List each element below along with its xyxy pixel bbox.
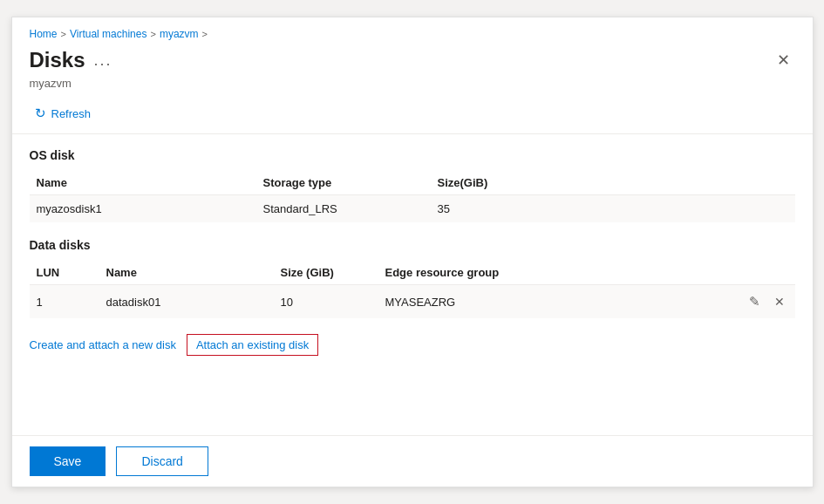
data-disks-table: LUN Name Size (GiB) Edge resource group … — [30, 261, 795, 318]
header-left: Disks ... — [30, 48, 112, 72]
save-button[interactable]: Save — [30, 446, 106, 476]
edit-disk-button[interactable]: ✎ — [746, 292, 764, 311]
refresh-label: Refresh — [51, 107, 92, 120]
action-row: Create and attach a new disk Attach an e… — [30, 334, 795, 356]
refresh-icon: ↻ — [35, 106, 46, 121]
header-row: Disks ... ✕ — [12, 44, 813, 77]
data-disk-lun: 1 — [30, 285, 99, 319]
data-disk-size: 10 — [274, 285, 378, 319]
create-attach-new-disk-link[interactable]: Create and attach a new disk — [30, 337, 176, 353]
breadcrumb-sep-1: > — [61, 29, 66, 39]
ellipsis-menu[interactable]: ... — [94, 51, 112, 70]
page-title: Disks — [30, 48, 85, 72]
edit-icon: ✎ — [749, 294, 760, 309]
data-disk-col-name: Name — [99, 261, 274, 285]
close-button[interactable]: ✕ — [772, 47, 795, 73]
edge-rg-value: MYASEAZRG — [385, 296, 456, 309]
table-row: 1 datadisk01 10 MYASEAZRG ✎ ✕ — [30, 285, 795, 319]
toolbar: ↻ Refresh — [12, 97, 813, 134]
data-disk-name[interactable]: datadisk01 — [99, 285, 274, 319]
delete-icon: ✕ — [774, 295, 785, 309]
row-action-icons: ✎ ✕ — [746, 292, 788, 311]
breadcrumb-sep-3: > — [202, 29, 208, 39]
discard-button[interactable]: Discard — [116, 446, 208, 476]
breadcrumb-sep-2: > — [150, 29, 155, 39]
breadcrumb-virtual-machines[interactable]: Virtual machines — [70, 28, 147, 40]
breadcrumb-myazvm[interactable]: myazvm — [160, 28, 199, 40]
table-row: myazosdisk1 Standard_LRS 35 — [30, 195, 795, 223]
refresh-button[interactable]: ↻ Refresh — [30, 102, 97, 125]
os-disk-storage-type: Standard_LRS — [256, 195, 431, 223]
os-disk-col-storage: Storage type — [256, 171, 431, 195]
subtitle: myazvm — [12, 77, 813, 97]
data-disk-col-lun: LUN — [30, 261, 99, 285]
data-disks-section-title: Data disks — [30, 238, 795, 252]
disks-panel: Home > Virtual machines > myazvm > Disks… — [11, 17, 814, 487]
os-disk-section-title: OS disk — [30, 148, 795, 162]
os-disk-table: Name Storage type Size(GiB) myazosdisk1 … — [30, 171, 795, 222]
data-disk-edge-resource-group: MYASEAZRG ✎ ✕ — [378, 285, 795, 319]
content-area: OS disk Name Storage type Size(GiB) myaz… — [12, 134, 813, 435]
os-disk-col-size: Size(GiB) — [431, 171, 795, 195]
os-disk-col-name: Name — [30, 171, 256, 195]
os-disk-size: 35 — [431, 195, 795, 223]
footer: Save Discard — [12, 435, 813, 487]
delete-disk-button[interactable]: ✕ — [771, 293, 788, 310]
attach-existing-disk-button[interactable]: Attach an existing disk — [187, 334, 318, 356]
breadcrumb-home[interactable]: Home — [30, 28, 58, 40]
data-disk-col-size: Size (GiB) — [274, 261, 378, 285]
data-disk-col-edge: Edge resource group — [378, 261, 795, 285]
os-disk-name: myazosdisk1 — [30, 195, 256, 223]
breadcrumb: Home > Virtual machines > myazvm > — [12, 17, 813, 44]
